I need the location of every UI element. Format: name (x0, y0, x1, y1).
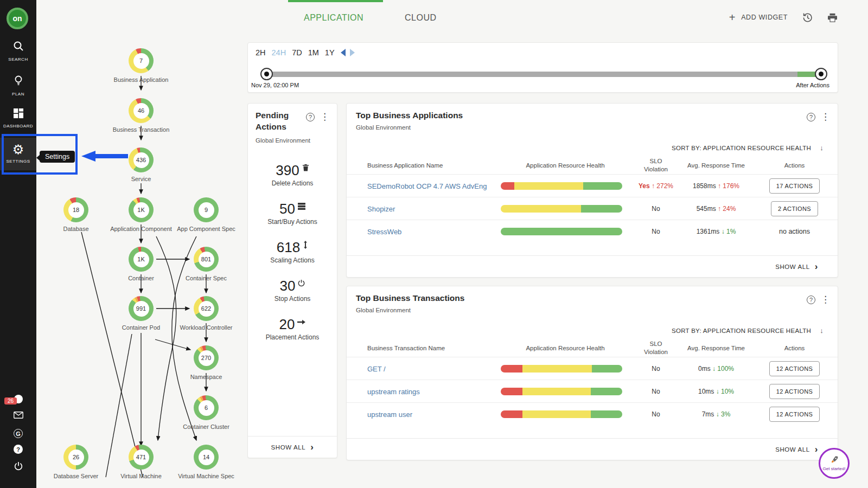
entity-label: Database Server (54, 473, 99, 479)
entity-count: 436 (133, 152, 149, 168)
notification-badge: 26 (4, 397, 17, 404)
action-count: 50 (279, 202, 295, 216)
slo-violation-value: No (630, 388, 682, 395)
health-bar (501, 205, 622, 213)
sidebar-item-dashboard[interactable]: DASHBOARD (0, 108, 36, 129)
entity-label: Virtual Machine Spec (178, 473, 234, 479)
kebab-menu-icon[interactable]: ⋮ (821, 295, 830, 304)
slider-handle-end[interactable] (815, 68, 827, 80)
entity-label: Namespace (190, 374, 222, 380)
slo-violation-value: No (630, 205, 682, 213)
donut-chart: 14 (194, 445, 219, 470)
slider-handle-start[interactable] (260, 68, 273, 80)
time-range-7d[interactable]: 7D (292, 48, 302, 57)
messages-button[interactable] (0, 411, 36, 421)
entity-name-link[interactable]: upstream user (367, 410, 412, 419)
help-icon[interactable]: ? (807, 113, 815, 121)
settings-tooltip: Settings (40, 151, 75, 163)
donut-chart: 471 (129, 445, 154, 470)
supply-chain-node-virtual-machine-spec[interactable]: 14 Virtual Machine Spec (168, 445, 244, 479)
notifications-button[interactable]: 26 (0, 395, 36, 403)
supply-chain-node-container[interactable]: 1K Container (103, 247, 179, 281)
entity-label: Database (63, 226, 88, 232)
supply-chain-node-business-application[interactable]: 7 Business Application (103, 48, 179, 83)
sidebar-item-search[interactable]: SEARCH (0, 40, 36, 62)
supply-chain-node-application-component[interactable]: 1K Application Component (103, 197, 179, 232)
history-button[interactable] (802, 12, 813, 23)
applications-show-all-button[interactable]: SHOW ALL › (347, 255, 838, 277)
google-link-button[interactable]: G (0, 429, 36, 438)
supply-chain-node-namespace[interactable]: 270 Namespace (168, 345, 244, 380)
show-all-label: SHOW ALL (271, 444, 306, 451)
slider-end-label: After Actions (796, 82, 829, 88)
supply-chain-node-workload-controller[interactable]: 622 Workload Controller (168, 296, 244, 331)
pending-action-stat[interactable]: 20 Placement Actions (248, 310, 337, 348)
tab-cloud[interactable]: CLOUD (405, 13, 437, 23)
actions-button[interactable]: 12 ACTIONS (769, 361, 820, 376)
pending-action-stat[interactable]: 50 Start/Buy Actions (248, 194, 337, 233)
action-count: 390 (276, 163, 299, 177)
kebab-menu-icon[interactable]: ⋮ (320, 112, 329, 121)
time-range-1m[interactable]: 1M (308, 48, 319, 57)
entity-name-link[interactable]: StressWeb (367, 228, 401, 236)
entity-name-link[interactable]: Shopizer (367, 205, 395, 213)
supply-chain-node-container-spec[interactable]: 801 Container Spec (168, 247, 244, 281)
logout-button[interactable] (0, 461, 36, 473)
action-label: Placement Actions (266, 333, 320, 341)
supply-chain-node-app-component-spec[interactable]: 9 App Component Spec (168, 197, 244, 232)
help-icon[interactable]: ? (306, 113, 315, 121)
applications-sort-by[interactable]: SORT BY: APPLICATION RESOURCE HEALTH ↓ (672, 144, 824, 152)
time-slider-track[interactable] (266, 72, 821, 77)
sidebar-item-settings[interactable]: ⚙ SETTINGS (0, 138, 36, 170)
chevron-right-icon: › (815, 263, 818, 271)
add-widget-button[interactable]: + ADD WIDGET (729, 12, 788, 23)
entity-name-link[interactable]: upstream ratings (367, 388, 420, 396)
scale-icon (303, 241, 308, 251)
time-range-24h[interactable]: 24H (272, 48, 286, 57)
actions-button[interactable]: 17 ACTIONS (769, 178, 820, 194)
active-tab-indicator (288, 0, 383, 2)
donut-chart: 991 (129, 296, 154, 321)
supply-chain-node-container-pod[interactable]: 991 Container Pod (103, 296, 179, 331)
help-icon[interactable]: ? (807, 296, 815, 304)
donut-chart: 6 (194, 395, 219, 420)
avg-response-time-value: 0ms ↓ 100% (682, 365, 750, 373)
supply-chain-node-database[interactable]: 18 Database (38, 197, 114, 232)
supply-chain-node-database-server[interactable]: 26 Database Server (38, 445, 114, 479)
time-range-1y[interactable]: 1Y (325, 48, 335, 57)
pending-action-stat[interactable]: 618 Scaling Actions (248, 233, 337, 271)
time-range-2h[interactable]: 2H (256, 48, 266, 57)
tab-application[interactable]: APPLICATION (304, 13, 363, 23)
pending-action-stat[interactable]: 390 Delete Actions (248, 156, 337, 194)
print-button[interactable] (827, 13, 838, 22)
settings-tooltip-text: Settings (45, 153, 69, 160)
step-back-icon[interactable] (341, 49, 346, 56)
transactions-sort-by[interactable]: SORT BY: APPLICATION RESOURCE HEALTH ↓ (672, 326, 824, 335)
help-button[interactable]: ? (0, 445, 36, 454)
entity-name-link[interactable]: SEDemoRobot OCP 4.7 AWS AdvEng (367, 182, 487, 190)
app-logo[interactable]: on (7, 8, 28, 29)
actions-button[interactable]: 12 ACTIONS (769, 407, 820, 422)
supply-chain-node-virtual-machine[interactable]: 471 Virtual Machine (103, 445, 179, 479)
kebab-menu-icon[interactable]: ⋮ (821, 112, 830, 121)
actions-button[interactable]: 12 ACTIONS (769, 384, 820, 399)
sidebar-item-plan[interactable]: PLAN (0, 75, 36, 97)
supply-chain-node-container-cluster[interactable]: 6 Container Cluster (168, 395, 244, 430)
entity-label: App Component Spec (177, 226, 235, 232)
transactions-show-all-button[interactable]: SHOW ALL › (347, 438, 838, 460)
sidebar-label-dashboard: DASHBOARD (3, 124, 33, 129)
help-icon: ? (14, 445, 23, 454)
actions-cell: 12 ACTIONS (750, 384, 839, 399)
pending-action-stat[interactable]: 30 Stop Actions (248, 271, 337, 310)
sidebar-label-search: SEARCH (8, 57, 28, 62)
slo-violation-value: No (630, 365, 682, 373)
get-started-badge[interactable]: Get started! (819, 448, 850, 479)
pending-show-all-button[interactable]: SHOW ALL › (248, 436, 337, 458)
column-header-name: Business Transaction Name (367, 345, 501, 351)
table-row: upstream ratings No 10ms ↓ 10% 12 ACTION… (347, 380, 838, 402)
actions-button[interactable]: 2 ACTIONS (771, 201, 818, 216)
table-row: GET / No 0ms ↓ 100% 12 ACTIONS (347, 357, 838, 380)
entity-name-link[interactable]: GET / (367, 365, 386, 373)
step-forward-icon[interactable] (350, 49, 355, 56)
supply-chain-node-business-transaction[interactable]: 46 Business Transaction (103, 98, 179, 133)
